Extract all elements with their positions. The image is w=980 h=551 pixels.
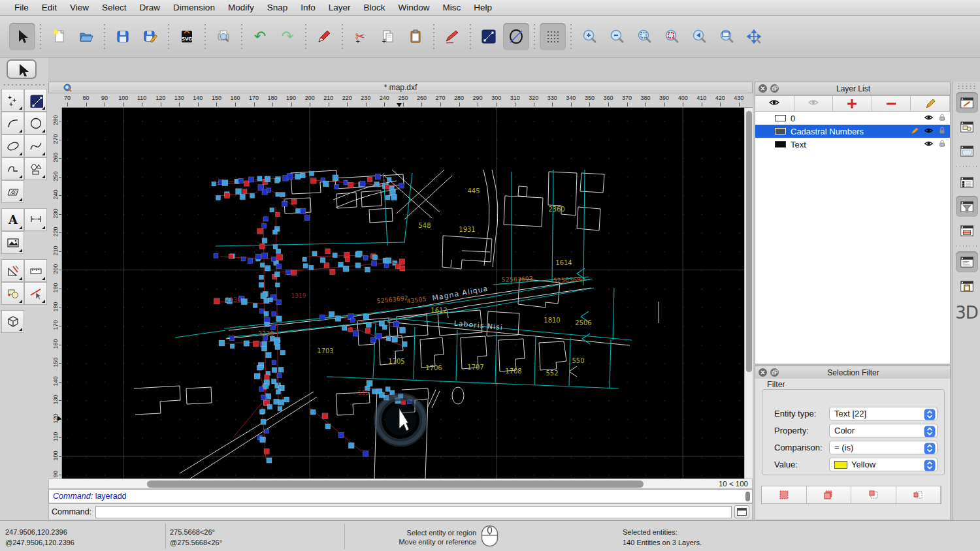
horizontal-scrollbar[interactable]: 10 < 100 (48, 479, 753, 489)
menu-edit[interactable]: Edit (35, 3, 63, 12)
combo-stepper-icon[interactable] (924, 460, 936, 471)
cut-button[interactable]: ✂+ (348, 23, 374, 50)
erase-button[interactable] (311, 23, 337, 50)
redo-button[interactable]: ↷ (274, 23, 301, 50)
menu-draw[interactable]: Draw (133, 3, 167, 12)
dimension-tool-button[interactable] (24, 208, 47, 231)
menu-layer[interactable]: Layer (322, 3, 357, 12)
toolbar-drag-handle[interactable] (957, 84, 976, 89)
vertical-scrollbar-thumb[interactable] (746, 111, 752, 372)
layer-row-text[interactable]: Text (755, 138, 950, 151)
float-panel-icon[interactable] (770, 84, 779, 93)
command-input[interactable] (95, 506, 732, 518)
property-editor-toggle[interactable] (956, 92, 978, 113)
menu-info[interactable]: Info (294, 3, 322, 12)
arc-tool-button[interactable] (1, 112, 24, 134)
undo-button[interactable]: ↶ (247, 23, 273, 50)
hatch-tool-button[interactable] (1, 180, 24, 203)
zoom-selection-button[interactable] (659, 23, 685, 50)
menu-select[interactable]: Select (95, 3, 133, 12)
layer-row-0[interactable]: 0 (755, 112, 950, 125)
save-button[interactable] (110, 23, 136, 50)
parcel-number-label[interactable]: 1708 (505, 368, 521, 375)
hide-all-eye-button[interactable] (794, 96, 834, 111)
pan-button[interactable] (741, 23, 767, 50)
menu-window[interactable]: Window (392, 3, 436, 12)
layer-edit-icon[interactable] (911, 127, 919, 136)
layer-list-toggle[interactable] (956, 172, 978, 193)
spline-tool-button[interactable] (24, 134, 47, 157)
image-tool-button[interactable] (1, 231, 24, 254)
parcel-number-label[interactable]: 1705 (388, 358, 404, 365)
combo-stepper-icon[interactable] (924, 443, 936, 454)
ellipse-tool-button[interactable] (1, 134, 24, 157)
layer-visibility-icon[interactable] (924, 140, 934, 150)
menu-misc[interactable]: Misc (436, 3, 468, 12)
parcel-number-label[interactable]: 1703 (317, 347, 333, 354)
save-as-button[interactable] (137, 23, 163, 50)
copy-button[interactable]: + (375, 23, 401, 50)
cadastral-red-label[interactable]: 515 (357, 390, 368, 396)
zoom-auto-button[interactable] (631, 23, 657, 50)
parcel-number-label[interactable]: 1810 (544, 317, 560, 324)
blocks-tool-button[interactable] (1, 282, 24, 305)
filter-remove-button[interactable] (851, 486, 896, 503)
parcel-number-label[interactable]: 1706 (425, 364, 442, 371)
points-tool-button[interactable] (1, 89, 24, 112)
close-icon[interactable] (759, 84, 767, 93)
menu-block[interactable]: Block (357, 3, 392, 12)
menu-view[interactable]: View (63, 3, 95, 12)
zoom-in-button[interactable] (576, 23, 602, 50)
layer-lock-icon[interactable] (938, 126, 946, 136)
zoom-window-button[interactable] (713, 23, 740, 50)
layer-color-swatch[interactable] (775, 128, 786, 134)
parcel-number-label[interactable]: 548 (418, 222, 431, 229)
grid-toggle-button[interactable] (540, 23, 566, 50)
pointer-tool-button[interactable] (7, 59, 37, 79)
filter-combo-value[interactable]: Yellow (829, 458, 938, 471)
add-layer-button[interactable] (833, 96, 872, 111)
parcel-number-label[interactable]: 1707 (467, 364, 483, 371)
street-id-label[interactable]: 52563693 (502, 275, 534, 283)
pen-button[interactable] (439, 23, 465, 50)
filter-intersect-button[interactable] (896, 486, 941, 503)
parcel-number-label[interactable]: 1614 (555, 259, 572, 266)
cadastral-red-label[interactable]: 1319 (291, 292, 306, 299)
filter-add-button[interactable] (807, 486, 852, 503)
parcel-number-label[interactable]: 1931 (459, 226, 475, 233)
drawing-canvas[interactable]: 4452360548193116141612181025061703170517… (62, 108, 744, 479)
line-tool-button[interactable] (24, 89, 47, 112)
combo-stepper-icon[interactable] (924, 426, 936, 437)
menu-dimension[interactable]: Dimension (167, 3, 221, 12)
library-browser-toggle[interactable] (956, 220, 978, 241)
parcel-number-label[interactable]: 2506 (575, 319, 591, 326)
menu-snap[interactable]: Snap (261, 3, 295, 12)
filter-combo-entity-type[interactable]: Text [22] (829, 407, 938, 420)
clipboard-panel-toggle[interactable] (956, 276, 978, 296)
selection-filter-toggle[interactable] (956, 196, 978, 217)
polyline-tool-button[interactable] (1, 157, 24, 180)
street-id-label[interactable]: 52563694 (553, 276, 585, 284)
menu-modify[interactable]: Modify (221, 3, 261, 12)
solid-tool-button[interactable] (1, 310, 24, 333)
paste-button[interactable] (402, 23, 429, 50)
layer-color-swatch[interactable] (775, 141, 786, 148)
vertical-scrollbar[interactable] (744, 108, 753, 479)
zoom-out-button[interactable] (604, 23, 630, 50)
palette-drag-handle[interactable] (3, 84, 44, 87)
layer-visibility-icon[interactable] (924, 114, 934, 123)
ellipse-slash-button[interactable] (503, 23, 529, 50)
layer-lock-icon[interactable] (938, 113, 946, 123)
combo-stepper-icon[interactable] (924, 409, 936, 420)
show-all-eye-button[interactable] (755, 96, 794, 111)
close-icon[interactable] (759, 368, 767, 377)
parcel-number-label[interactable]: 552 (546, 370, 558, 377)
command-line-toggle[interactable] (956, 251, 978, 272)
parcel-number-label[interactable]: 445 (467, 187, 480, 195)
line-tool-button[interactable] (476, 23, 502, 50)
print-preview-button[interactable] (210, 23, 237, 50)
filter-replace-button[interactable] (762, 486, 807, 503)
text-tool-button[interactable]: A (1, 208, 24, 231)
modify-select-button[interactable] (24, 282, 47, 305)
filter-combo-property[interactable]: Color (829, 424, 938, 437)
